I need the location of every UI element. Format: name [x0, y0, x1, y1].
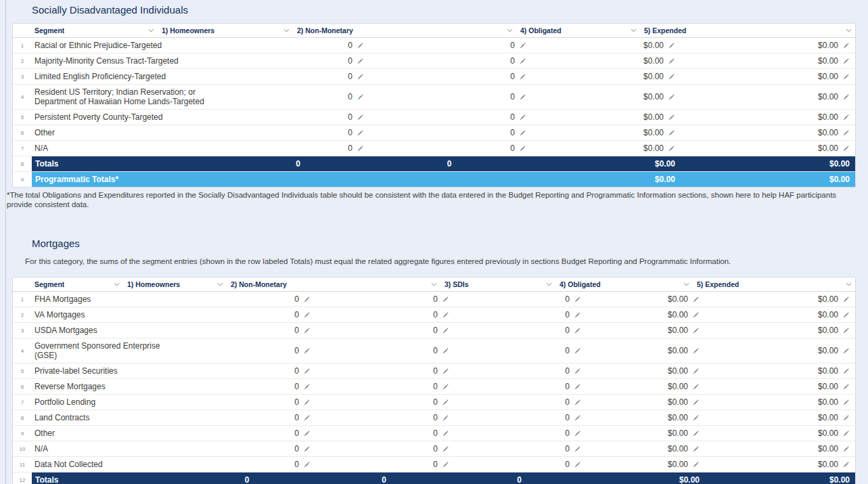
edit-pencil-icon[interactable]: [357, 145, 364, 152]
edit-pencil-icon[interactable]: [442, 296, 449, 303]
edit-pencil-icon[interactable]: [357, 129, 364, 137]
edit-pencil-icon[interactable]: [692, 368, 700, 375]
sort-chevron-icon[interactable]: [283, 28, 290, 32]
edit-pencil-icon[interactable]: [842, 145, 850, 152]
edit-pencil-icon[interactable]: [574, 368, 581, 375]
edit-pencil-icon[interactable]: [692, 327, 700, 334]
edit-pencil-icon[interactable]: [357, 93, 364, 101]
edit-pencil-icon[interactable]: [692, 383, 700, 391]
edit-pencil-icon[interactable]: [668, 42, 675, 49]
edit-pencil-icon[interactable]: [668, 145, 675, 152]
edit-pencil-icon[interactable]: [442, 327, 449, 334]
edit-pencil-icon[interactable]: [574, 311, 581, 319]
edit-pencil-icon[interactable]: [842, 368, 850, 375]
edit-pencil-icon[interactable]: [303, 445, 311, 453]
edit-pencil-icon[interactable]: [842, 347, 850, 355]
sort-chevron-icon[interactable]: [217, 282, 223, 286]
edit-pencil-icon[interactable]: [692, 296, 700, 303]
edit-pencil-icon[interactable]: [442, 430, 449, 437]
edit-pencil-icon[interactable]: [574, 327, 581, 334]
column-header-label[interactable]: 3) SDIs: [444, 280, 469, 288]
column-header-label[interactable]: 4) Obligated: [559, 280, 601, 288]
column-header-label[interactable]: Segment: [35, 280, 64, 288]
edit-pencil-icon[interactable]: [442, 445, 449, 453]
edit-pencil-icon[interactable]: [692, 414, 700, 422]
edit-pencil-icon[interactable]: [519, 93, 526, 101]
edit-pencil-icon[interactable]: [442, 368, 449, 375]
edit-pencil-icon[interactable]: [842, 445, 850, 453]
edit-pencil-icon[interactable]: [842, 461, 850, 468]
edit-pencil-icon[interactable]: [303, 347, 311, 355]
column-header-label[interactable]: 1) Homeowners: [127, 280, 180, 288]
edit-pencil-icon[interactable]: [303, 461, 311, 468]
edit-pencil-icon[interactable]: [574, 445, 581, 453]
edit-pencil-icon[interactable]: [842, 129, 850, 137]
edit-pencil-icon[interactable]: [357, 58, 364, 65]
edit-pencil-icon[interactable]: [442, 311, 449, 319]
edit-pencil-icon[interactable]: [842, 414, 850, 422]
edit-pencil-icon[interactable]: [303, 296, 311, 303]
edit-pencil-icon[interactable]: [442, 383, 449, 391]
sort-chevron-icon[interactable]: [846, 28, 852, 32]
edit-pencil-icon[interactable]: [574, 296, 581, 303]
edit-pencil-icon[interactable]: [692, 430, 700, 437]
edit-pencil-icon[interactable]: [519, 145, 526, 152]
edit-pencil-icon[interactable]: [842, 73, 850, 81]
edit-pencil-icon[interactable]: [442, 414, 449, 422]
edit-pencil-icon[interactable]: [692, 347, 700, 355]
edit-pencil-icon[interactable]: [692, 461, 700, 468]
edit-pencil-icon[interactable]: [668, 114, 675, 121]
column-header-label[interactable]: 4) Obligated: [520, 26, 562, 35]
edit-pencil-icon[interactable]: [574, 461, 581, 468]
sort-chevron-icon[interactable]: [148, 28, 154, 32]
edit-pencil-icon[interactable]: [842, 42, 850, 49]
edit-pencil-icon[interactable]: [357, 42, 364, 49]
edit-pencil-icon[interactable]: [574, 347, 581, 355]
column-header-label[interactable]: 5) Expended: [697, 280, 739, 288]
edit-pencil-icon[interactable]: [519, 42, 526, 49]
edit-pencil-icon[interactable]: [303, 399, 311, 406]
column-header-label[interactable]: 1) Homeowners: [162, 26, 214, 35]
edit-pencil-icon[interactable]: [303, 327, 311, 334]
edit-pencil-icon[interactable]: [842, 58, 850, 65]
edit-pencil-icon[interactable]: [692, 399, 700, 406]
sort-chevron-icon[interactable]: [846, 282, 852, 286]
edit-pencil-icon[interactable]: [519, 114, 526, 121]
edit-pencil-icon[interactable]: [668, 73, 675, 81]
edit-pencil-icon[interactable]: [303, 368, 311, 375]
edit-pencil-icon[interactable]: [574, 383, 581, 391]
edit-pencil-icon[interactable]: [692, 311, 700, 319]
edit-pencil-icon[interactable]: [357, 73, 364, 81]
edit-pencil-icon[interactable]: [574, 399, 581, 406]
edit-pencil-icon[interactable]: [519, 58, 526, 65]
sort-chevron-icon[interactable]: [114, 282, 120, 286]
edit-pencil-icon[interactable]: [842, 399, 850, 406]
edit-pencil-icon[interactable]: [303, 383, 311, 391]
edit-pencil-icon[interactable]: [303, 430, 311, 437]
sort-chevron-icon[interactable]: [507, 28, 513, 32]
edit-pencil-icon[interactable]: [668, 58, 675, 65]
edit-pencil-icon[interactable]: [303, 311, 311, 319]
edit-pencil-icon[interactable]: [842, 114, 850, 121]
edit-pencil-icon[interactable]: [519, 129, 526, 137]
edit-pencil-icon[interactable]: [574, 414, 581, 422]
edit-pencil-icon[interactable]: [842, 93, 850, 101]
sort-chevron-icon[interactable]: [683, 282, 689, 286]
edit-pencil-icon[interactable]: [442, 399, 449, 406]
edit-pencil-icon[interactable]: [442, 347, 449, 355]
edit-pencil-icon[interactable]: [574, 430, 581, 437]
column-header-label[interactable]: 5) Expended: [644, 26, 686, 35]
edit-pencil-icon[interactable]: [303, 414, 311, 422]
edit-pencil-icon[interactable]: [842, 327, 850, 334]
edit-pencil-icon[interactable]: [842, 311, 850, 319]
sort-chevron-icon[interactable]: [431, 282, 437, 286]
column-header-label[interactable]: Segment: [35, 26, 64, 35]
edit-pencil-icon[interactable]: [842, 383, 850, 391]
edit-pencil-icon[interactable]: [668, 129, 675, 137]
edit-pencil-icon[interactable]: [668, 93, 675, 101]
edit-pencil-icon[interactable]: [842, 296, 850, 303]
edit-pencil-icon[interactable]: [842, 430, 850, 437]
sort-chevron-icon[interactable]: [546, 282, 552, 286]
column-header-label[interactable]: 2) Non-Monetary: [297, 26, 353, 35]
sort-chevron-icon[interactable]: [631, 28, 637, 32]
